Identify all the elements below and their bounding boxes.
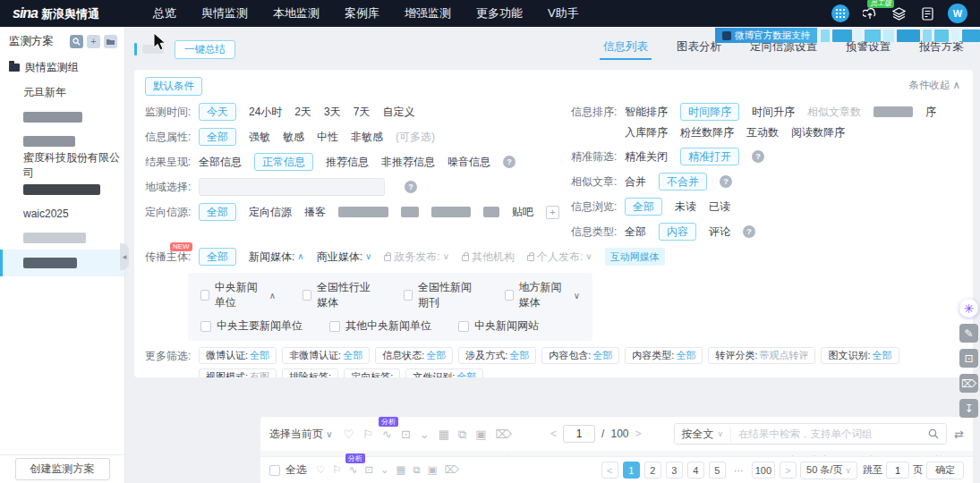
filter-option[interactable]: 不合并 <box>659 173 707 191</box>
more-filter-chip[interactable]: 微博认证:全部 <box>199 347 277 364</box>
media-category-checkbox[interactable]: 中央新闻网站 <box>458 318 539 334</box>
more-filter-chip[interactable]: 涉及方式:全部 <box>458 347 536 364</box>
subject-filter-option[interactable]: 全部 <box>199 248 236 266</box>
filter-option[interactable] <box>401 207 419 217</box>
filter-option[interactable]: 推荐信息 <box>326 154 369 170</box>
filter-option[interactable]: 24小时 <box>249 104 282 120</box>
more-filter-chip[interactable]: 内容类型:全部 <box>625 347 703 364</box>
filter-option[interactable]: 入库降序 <box>625 124 668 140</box>
more-filter-chip[interactable]: 排除标签: <box>282 369 338 377</box>
next-page-icon[interactable]: > <box>635 428 641 440</box>
checkbox[interactable] <box>458 321 469 332</box>
filter-option[interactable]: ? <box>752 150 764 163</box>
filter-option[interactable]: 阅读数降序 <box>791 124 845 140</box>
nav-item[interactable]: 案例库 <box>345 5 379 21</box>
media-category-checkbox[interactable]: 全国性行业媒体 <box>303 280 377 310</box>
analyze-icon[interactable]: 分析∿ <box>349 465 358 476</box>
filter-option[interactable]: + <box>546 206 559 219</box>
filter-option[interactable]: ? <box>720 175 732 188</box>
collapse-conditions-link[interactable]: 条件收起 ∧ <box>908 79 960 92</box>
sidebar-collapse-handle[interactable]: ◄ <box>120 243 129 270</box>
confirm-button[interactable]: 确定 <box>926 462 964 479</box>
filter-option[interactable]: (可多选) <box>396 129 435 145</box>
select-all-checkbox[interactable]: 全选 <box>269 462 307 478</box>
nav-item[interactable]: 本地监测 <box>273 5 320 21</box>
filter-option[interactable]: 非推荐信息 <box>381 154 435 170</box>
tag-icon[interactable]: ⚐ <box>332 465 341 476</box>
filter-option[interactable]: 全部 <box>625 198 662 216</box>
filter-option[interactable]: 全部 <box>199 128 236 146</box>
filter-option[interactable]: 精准关闭 <box>625 148 668 165</box>
checkbox[interactable] <box>200 290 209 301</box>
filter-option[interactable] <box>431 207 471 217</box>
more-filter-chip[interactable]: 信息状态:全部 <box>375 347 453 364</box>
filter-option[interactable]: 非敏感 <box>351 129 383 145</box>
filter-option[interactable]: 噪音信息 <box>447 154 490 170</box>
subject-filter-option[interactable]: 个人发布:∨ <box>527 249 592 265</box>
filter-option[interactable]: 敏感 <box>283 129 304 145</box>
export-icon[interactable]: ⧉ <box>413 465 420 476</box>
page-button[interactable]: 2 <box>644 462 661 479</box>
filter-option[interactable]: 2天 <box>294 104 311 120</box>
monitor-plan-item[interactable] <box>0 250 124 276</box>
monitor-plan-item[interactable] <box>0 225 124 250</box>
monitor-plan-item[interactable]: 蜜度科技股份有限公司 <box>0 153 124 177</box>
checkbox[interactable] <box>303 290 311 301</box>
more-filter-chip[interactable]: 定向标签:NEW <box>344 369 400 377</box>
prev-page-icon[interactable]: < <box>550 428 557 440</box>
apps-grid-icon[interactable] <box>831 4 849 22</box>
edit-note-icon[interactable]: ✎ <box>959 324 978 343</box>
filter-option[interactable]: 合并 <box>625 174 646 190</box>
more-filter-chip[interactable]: 非微博认证:全部 <box>282 347 370 364</box>
monitor-plan-item[interactable]: 元旦新年 <box>0 80 124 105</box>
user-avatar[interactable]: W <box>948 4 967 23</box>
region-input[interactable] <box>199 178 385 196</box>
trash-icon[interactable]: ⌦ <box>959 374 978 393</box>
export-icon[interactable]: ⧉ <box>458 428 466 440</box>
one-click-summary-button[interactable]: 一键总结 <box>175 40 235 59</box>
swap-view-icon[interactable]: ⇄ <box>954 428 964 441</box>
filter-option[interactable]: 互动数 <box>746 124 779 140</box>
filter-option[interactable]: 全部信息 <box>199 154 242 170</box>
filter-option[interactable]: 时间升序 <box>752 104 795 120</box>
filter-option[interactable]: 已读 <box>709 199 730 215</box>
subject-filter-option[interactable]: 其他机构 <box>462 249 515 265</box>
filter-option[interactable]: 粉丝数降序 <box>680 124 734 140</box>
nav-item[interactable]: 总览 <box>153 5 176 21</box>
filter-option[interactable]: 相似文章数 <box>807 104 861 120</box>
monitor-plan-item[interactable]: waic2025 <box>0 201 124 225</box>
comment-icon[interactable]: ⊡ <box>364 465 373 476</box>
filter-option[interactable]: ? <box>503 156 516 168</box>
filter-option[interactable]: 7天 <box>354 104 371 120</box>
delete-icon[interactable]: ⌦ <box>496 428 512 440</box>
chevron-down-icon[interactable]: ⌄ <box>380 465 389 476</box>
media-category-checkbox[interactable]: 中央主要新闻单位 <box>200 318 303 334</box>
app-logo[interactable]: sina 新浪舆情通 <box>13 5 99 22</box>
sidebar-group-monitor[interactable]: 舆情监测组 <box>0 55 124 80</box>
layers-icon[interactable] <box>891 5 907 21</box>
filter-option[interactable]: ? <box>743 225 755 238</box>
result-search-input[interactable] <box>731 428 921 439</box>
search-icon[interactable] <box>921 428 946 439</box>
favorite-icon[interactable]: ♡ <box>316 465 325 476</box>
filter-option[interactable]: 强敏 <box>249 129 270 145</box>
filter-option[interactable]: 贴吧 <box>512 204 533 220</box>
media-category-checkbox[interactable]: 全国性新闻期刊 <box>404 280 478 310</box>
media-category-checkbox[interactable]: 其他中央新闻单位 <box>329 318 431 334</box>
folder-manage-icon[interactable] <box>104 35 117 48</box>
filter-option[interactable]: 全部 <box>625 224 646 240</box>
monitor-plan-item[interactable] <box>0 177 124 201</box>
tag-icon[interactable]: ⚐ <box>362 428 373 440</box>
search-mode-dropdown[interactable]: 按全文∨ <box>675 427 732 442</box>
subject-filter-option[interactable]: 商业媒体:∨ <box>317 249 372 265</box>
page-button[interactable]: 1 <box>623 462 640 479</box>
download-icon[interactable]: ↧ <box>959 399 978 418</box>
view-tab[interactable]: 信息列表 <box>603 39 648 60</box>
subject-filter-option[interactable]: 互动网媒体 <box>605 248 665 266</box>
page-number-input[interactable] <box>563 425 595 443</box>
filter-option[interactable] <box>873 106 913 117</box>
default-conditions-button[interactable]: 默认条件 <box>145 77 202 96</box>
filter-option[interactable]: 精准打开 <box>680 148 739 165</box>
media-category-checkbox[interactable]: 中央新闻单位∧ <box>200 280 276 310</box>
filter-option[interactable] <box>338 207 388 217</box>
